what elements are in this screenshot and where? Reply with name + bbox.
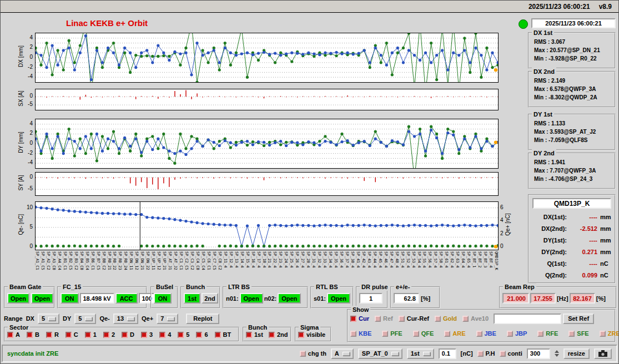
monitor-row-unit: mm	[600, 237, 612, 244]
monitor-row-label: DX(2nd):	[531, 225, 567, 232]
monitor-row-unit: mm	[600, 225, 612, 232]
x-axis-label: SP_27_4	[300, 251, 305, 268]
threshold-input[interactable]	[439, 348, 456, 359]
monitor-panel: QMD13P_K DX(1st):----mmDX(2nd):-2.512mmD…	[528, 194, 616, 284]
count-input[interactable]	[527, 348, 550, 359]
show-toggle-cur[interactable]: Cur	[350, 315, 369, 322]
sector-toggle-d[interactable]: D	[122, 331, 134, 338]
spinner-up-icon[interactable]	[555, 350, 559, 353]
chart-dx[interactable]	[35, 33, 499, 83]
busel-group: BuSel ON	[150, 286, 178, 309]
sector-toggle-b[interactable]: B	[27, 331, 39, 338]
bunch-toggle-1st[interactable]: 1st	[246, 331, 263, 338]
ref-file-input[interactable]	[494, 314, 561, 324]
show-toggle-zre[interactable]: ZRE	[600, 330, 619, 337]
sector-toggle-5[interactable]: 5	[178, 331, 189, 338]
x-axis-label: SP_R0_22	[112, 251, 117, 270]
show-toggle-sfe[interactable]: SFE	[568, 330, 588, 337]
sector-select-value: A	[335, 350, 339, 357]
range-qe-minus-select[interactable]: 13	[113, 314, 138, 324]
x-axis-label: SP_11_4	[223, 251, 228, 268]
bpm-select[interactable]: SP_AT_0	[358, 348, 402, 359]
bunch-2nd-button[interactable]: 2nd	[202, 293, 218, 304]
x-axis-label: SP_UP_21	[162, 251, 167, 270]
sector-toggle-2[interactable]: 2	[103, 331, 115, 338]
x-axis-label: SP_C7_C5	[212, 251, 217, 270]
show-toggle-cur-ref[interactable]: Cur-Ref	[399, 315, 429, 322]
dr-pulse-value: 1	[359, 293, 383, 304]
show-toggle-pfe[interactable]: PFE	[382, 330, 402, 337]
sector-toggle-1[interactable]: 1	[85, 331, 97, 338]
x-axis-label: SP_R0_21	[107, 251, 112, 270]
sector-toggle-3[interactable]: 3	[141, 331, 153, 338]
ratio-value: 62.8	[394, 293, 419, 304]
x-axis-label: SP_41_4	[356, 251, 360, 268]
chart-sx[interactable]	[35, 89, 499, 110]
beam-rep-hz-label: [Hz]	[557, 295, 568, 302]
monitor-rows: DX(1st):----mmDX(2nd):-2.512mmDY(1st):--…	[531, 211, 612, 281]
sector-toggle-bt[interactable]: BT	[215, 331, 232, 338]
range-dy-select[interactable]: 5	[74, 314, 96, 324]
chg-th-toggle[interactable]: chg th	[300, 350, 326, 357]
stat-group-dy-2nd: DY 2nd RMS : 1.941 Max : 7.707@QWFP_3A M…	[528, 153, 616, 189]
show-toggle-gold[interactable]: Gold	[435, 315, 457, 322]
fc15-acc-button[interactable]: ACC	[115, 293, 138, 304]
show-toggle-jbp[interactable]: JBP	[507, 330, 527, 337]
ltr-bs-group: LTR BS n01: Open n02: Open	[223, 286, 308, 309]
count-spinner[interactable]	[555, 350, 559, 357]
stat-group-dy-1st: DY 1st RMS : 1.133 Max : 3.593@SP_AT_J2 …	[528, 114, 616, 150]
x-axis-label: SP_DN_21	[140, 251, 144, 270]
bunch-order-select[interactable]: 1st	[407, 348, 434, 359]
show-toggle-jbe[interactable]: JBE	[476, 330, 496, 337]
toggle-label: RFE	[546, 330, 558, 337]
beam-gate-1-button[interactable]: Open	[7, 293, 29, 304]
x-axis-label: SP_15_4	[245, 251, 250, 268]
show-toggle-are[interactable]: ARE	[444, 330, 465, 337]
ph-toggle[interactable]: P.H	[477, 350, 495, 357]
conti-toggle[interactable]: conti	[500, 350, 522, 357]
stat-group-title: DY 1st	[532, 110, 554, 118]
sector-toggle-6[interactable]: 6	[196, 331, 208, 338]
show-toggle-ref[interactable]: Ref	[375, 315, 393, 322]
rtl-s01-open-button[interactable]: Open	[327, 293, 350, 304]
fc15-on-button[interactable]: ON	[61, 293, 79, 304]
threshold-unit-label: [nC]	[461, 350, 473, 357]
sector-toggle-4[interactable]: 4	[159, 331, 171, 338]
x-axis-label: SP_63_4	[455, 251, 460, 268]
range-qe-plus-select[interactable]: 7	[157, 314, 178, 324]
sector-toggle-c[interactable]: C	[66, 331, 78, 338]
show-toggle-qfe[interactable]: QFE	[413, 330, 434, 337]
busel-on-button[interactable]: ON	[154, 293, 172, 304]
range-qe-plus-label: Qe+	[142, 315, 153, 322]
range-dx-select[interactable]: 5	[38, 314, 59, 324]
bunch-toggle-2nd[interactable]: 2nd	[269, 331, 288, 338]
chart-sy[interactable]	[35, 172, 499, 196]
show-group: Show CurRefCur-RefGoldAve10 Set Ref KBEP…	[347, 309, 616, 342]
ltr-n01-open-button[interactable]: Open	[240, 293, 263, 304]
beam-gate-2-button[interactable]: Open	[31, 293, 53, 304]
replot-button[interactable]: Replot	[186, 314, 219, 324]
sector-toggle-a[interactable]: A	[7, 331, 20, 338]
screenshot-button[interactable]	[594, 348, 612, 359]
sigma-toggle-visible[interactable]: visible	[298, 331, 325, 338]
ltr-n02-open-button[interactable]: Open	[278, 293, 301, 304]
x-axis-label: SP_54_4	[417, 251, 421, 268]
monitor-row-value: 0.099	[567, 272, 600, 279]
sector-toggle-r[interactable]: R	[46, 331, 59, 338]
set-ref-button[interactable]: Set Ref	[563, 314, 594, 324]
monitor-row-unit: mm	[600, 249, 612, 255]
x-axis-label: SP_R0_24	[123, 251, 128, 270]
x-axis-label: SP_A2_C2	[46, 251, 51, 270]
show-toggle-kbe[interactable]: KBE	[350, 330, 371, 337]
resize-button[interactable]: resize	[563, 348, 590, 359]
group-title: LTR BS	[227, 283, 251, 291]
x-axis-label: SP_48_4	[395, 251, 399, 268]
chart-q[interactable]	[35, 201, 499, 250]
chart-dy[interactable]	[35, 119, 499, 169]
toggle-indicator	[500, 351, 506, 357]
show-toggle-rfe[interactable]: RFE	[537, 330, 558, 337]
spinner-down-icon[interactable]	[555, 354, 559, 357]
show-toggle-ave10[interactable]: Ave10	[462, 315, 489, 322]
sector-select[interactable]: A	[331, 348, 354, 359]
bunch-1st-button[interactable]: 1st	[184, 293, 200, 304]
